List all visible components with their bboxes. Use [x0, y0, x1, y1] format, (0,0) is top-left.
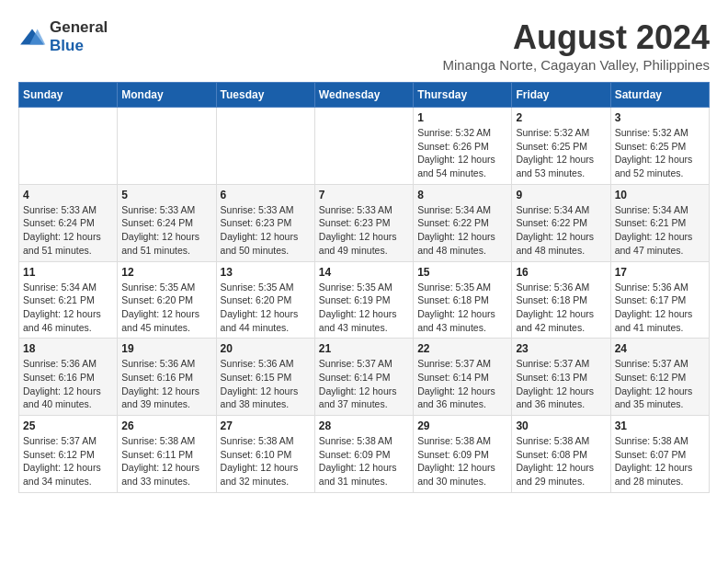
- day-cell: 4Sunrise: 5:33 AM Sunset: 6:24 PM Daylig…: [19, 184, 118, 261]
- day-info: Sunrise: 5:32 AM Sunset: 6:26 PM Dayligh…: [417, 126, 507, 180]
- subtitle: Minanga Norte, Cagayan Valley, Philippin…: [443, 57, 710, 73]
- day-cell: 19Sunrise: 5:36 AM Sunset: 6:16 PM Dayli…: [118, 339, 216, 416]
- logo-icon: [18, 28, 46, 46]
- day-cell: 16Sunrise: 5:36 AM Sunset: 6:18 PM Dayli…: [512, 261, 610, 339]
- title-area: August 2024 Minanga Norte, Cagayan Valle…: [443, 18, 710, 73]
- day-number: 16: [516, 266, 606, 279]
- day-cell: 21Sunrise: 5:37 AM Sunset: 6:14 PM Dayli…: [314, 339, 413, 416]
- day-cell: 30Sunrise: 5:38 AM Sunset: 6:08 PM Dayli…: [512, 416, 610, 493]
- day-number: 4: [23, 189, 113, 201]
- day-cell: [216, 108, 314, 185]
- day-number: 5: [121, 189, 211, 201]
- day-info: Sunrise: 5:32 AM Sunset: 6:25 PM Dayligh…: [615, 126, 705, 180]
- day-cell: 11Sunrise: 5:34 AM Sunset: 6:21 PM Dayli…: [19, 261, 118, 339]
- day-info: Sunrise: 5:33 AM Sunset: 6:23 PM Dayligh…: [221, 203, 311, 258]
- day-cell: 5Sunrise: 5:33 AM Sunset: 6:24 PM Daylig…: [118, 184, 216, 261]
- day-number: 7: [319, 189, 409, 201]
- day-cell: [19, 108, 118, 185]
- day-info: Sunrise: 5:38 AM Sunset: 6:07 PM Dayligh…: [615, 434, 705, 488]
- day-cell: 22Sunrise: 5:37 AM Sunset: 6:14 PM Dayli…: [414, 339, 512, 416]
- day-cell: 7Sunrise: 5:33 AM Sunset: 6:23 PM Daylig…: [314, 184, 413, 261]
- day-number: 13: [221, 266, 311, 279]
- day-number: 24: [615, 342, 705, 355]
- day-cell: 12Sunrise: 5:35 AM Sunset: 6:20 PM Dayli…: [118, 261, 216, 339]
- column-header-wednesday: Wednesday: [314, 83, 413, 108]
- day-info: Sunrise: 5:34 AM Sunset: 6:21 PM Dayligh…: [23, 281, 113, 335]
- day-number: 1: [417, 111, 507, 124]
- day-cell: 20Sunrise: 5:36 AM Sunset: 6:15 PM Dayli…: [216, 339, 314, 416]
- day-info: Sunrise: 5:37 AM Sunset: 6:12 PM Dayligh…: [615, 357, 705, 411]
- day-number: 6: [221, 189, 311, 201]
- day-info: Sunrise: 5:36 AM Sunset: 6:16 PM Dayligh…: [121, 357, 211, 411]
- day-cell: [118, 108, 216, 185]
- day-cell: 26Sunrise: 5:38 AM Sunset: 6:11 PM Dayli…: [118, 416, 216, 493]
- day-cell: 8Sunrise: 5:34 AM Sunset: 6:22 PM Daylig…: [414, 184, 512, 261]
- day-cell: 28Sunrise: 5:38 AM Sunset: 6:09 PM Dayli…: [314, 416, 413, 493]
- day-number: 3: [615, 111, 705, 124]
- week-row-5: 25Sunrise: 5:37 AM Sunset: 6:12 PM Dayli…: [19, 416, 710, 493]
- day-number: 23: [516, 342, 606, 355]
- day-cell: 1Sunrise: 5:32 AM Sunset: 6:26 PM Daylig…: [414, 108, 512, 185]
- day-cell: 13Sunrise: 5:35 AM Sunset: 6:20 PM Dayli…: [216, 261, 314, 339]
- day-cell: 29Sunrise: 5:38 AM Sunset: 6:09 PM Dayli…: [414, 416, 512, 493]
- day-info: Sunrise: 5:37 AM Sunset: 6:12 PM Dayligh…: [23, 434, 113, 488]
- day-number: 9: [516, 189, 606, 201]
- day-info: Sunrise: 5:36 AM Sunset: 6:16 PM Dayligh…: [23, 357, 113, 411]
- day-cell: 31Sunrise: 5:38 AM Sunset: 6:07 PM Dayli…: [610, 416, 709, 493]
- day-number: 11: [23, 266, 113, 279]
- day-cell: 10Sunrise: 5:34 AM Sunset: 6:21 PM Dayli…: [610, 184, 709, 261]
- day-cell: 25Sunrise: 5:37 AM Sunset: 6:12 PM Dayli…: [19, 416, 118, 493]
- column-header-thursday: Thursday: [414, 83, 512, 108]
- day-info: Sunrise: 5:32 AM Sunset: 6:25 PM Dayligh…: [516, 126, 606, 180]
- day-number: 14: [319, 266, 409, 279]
- column-header-friday: Friday: [512, 83, 610, 108]
- day-info: Sunrise: 5:33 AM Sunset: 6:24 PM Dayligh…: [121, 203, 211, 258]
- day-number: 28: [319, 419, 409, 432]
- column-header-saturday: Saturday: [610, 83, 709, 108]
- day-number: 22: [417, 342, 507, 355]
- day-number: 21: [319, 342, 409, 355]
- day-cell: 18Sunrise: 5:36 AM Sunset: 6:16 PM Dayli…: [19, 339, 118, 416]
- day-info: Sunrise: 5:34 AM Sunset: 6:21 PM Dayligh…: [615, 203, 705, 258]
- day-info: Sunrise: 5:35 AM Sunset: 6:18 PM Dayligh…: [417, 281, 507, 335]
- logo: General Blue: [18, 18, 108, 55]
- day-number: 20: [221, 342, 311, 355]
- day-info: Sunrise: 5:38 AM Sunset: 6:08 PM Dayligh…: [516, 434, 606, 488]
- day-info: Sunrise: 5:37 AM Sunset: 6:14 PM Dayligh…: [417, 357, 507, 411]
- day-number: 19: [121, 342, 211, 355]
- day-cell: 17Sunrise: 5:36 AM Sunset: 6:17 PM Dayli…: [610, 261, 709, 339]
- day-number: 29: [417, 419, 507, 432]
- day-cell: 15Sunrise: 5:35 AM Sunset: 6:18 PM Dayli…: [414, 261, 512, 339]
- day-info: Sunrise: 5:35 AM Sunset: 6:20 PM Dayligh…: [121, 281, 211, 335]
- day-info: Sunrise: 5:35 AM Sunset: 6:20 PM Dayligh…: [221, 281, 311, 335]
- day-number: 17: [615, 266, 705, 279]
- logo-blue: Blue: [50, 37, 84, 54]
- week-row-1: 1Sunrise: 5:32 AM Sunset: 6:26 PM Daylig…: [19, 108, 710, 185]
- day-cell: 24Sunrise: 5:37 AM Sunset: 6:12 PM Dayli…: [610, 339, 709, 416]
- day-cell: 3Sunrise: 5:32 AM Sunset: 6:25 PM Daylig…: [610, 108, 709, 185]
- day-info: Sunrise: 5:38 AM Sunset: 6:09 PM Dayligh…: [319, 434, 409, 488]
- day-cell: 6Sunrise: 5:33 AM Sunset: 6:23 PM Daylig…: [216, 184, 314, 261]
- day-cell: 9Sunrise: 5:34 AM Sunset: 6:22 PM Daylig…: [512, 184, 610, 261]
- month-title: August 2024: [443, 18, 710, 57]
- day-info: Sunrise: 5:36 AM Sunset: 6:17 PM Dayligh…: [615, 281, 705, 335]
- column-header-sunday: Sunday: [19, 83, 118, 108]
- column-header-tuesday: Tuesday: [216, 83, 314, 108]
- day-cell: [314, 108, 413, 185]
- logo-general: General: [50, 18, 108, 36]
- day-number: 30: [516, 419, 606, 432]
- day-cell: 23Sunrise: 5:37 AM Sunset: 6:13 PM Dayli…: [512, 339, 610, 416]
- day-number: 18: [23, 342, 113, 355]
- day-cell: 14Sunrise: 5:35 AM Sunset: 6:19 PM Dayli…: [314, 261, 413, 339]
- day-info: Sunrise: 5:33 AM Sunset: 6:24 PM Dayligh…: [23, 203, 113, 258]
- day-number: 2: [516, 111, 606, 124]
- day-cell: 27Sunrise: 5:38 AM Sunset: 6:10 PM Dayli…: [216, 416, 314, 493]
- week-row-2: 4Sunrise: 5:33 AM Sunset: 6:24 PM Daylig…: [19, 184, 710, 261]
- day-number: 15: [417, 266, 507, 279]
- day-info: Sunrise: 5:37 AM Sunset: 6:14 PM Dayligh…: [319, 357, 409, 411]
- day-number: 10: [615, 189, 705, 201]
- day-number: 26: [121, 419, 211, 432]
- header-row: SundayMondayTuesdayWednesdayThursdayFrid…: [19, 83, 710, 108]
- day-number: 27: [221, 419, 311, 432]
- week-row-3: 11Sunrise: 5:34 AM Sunset: 6:21 PM Dayli…: [19, 261, 710, 339]
